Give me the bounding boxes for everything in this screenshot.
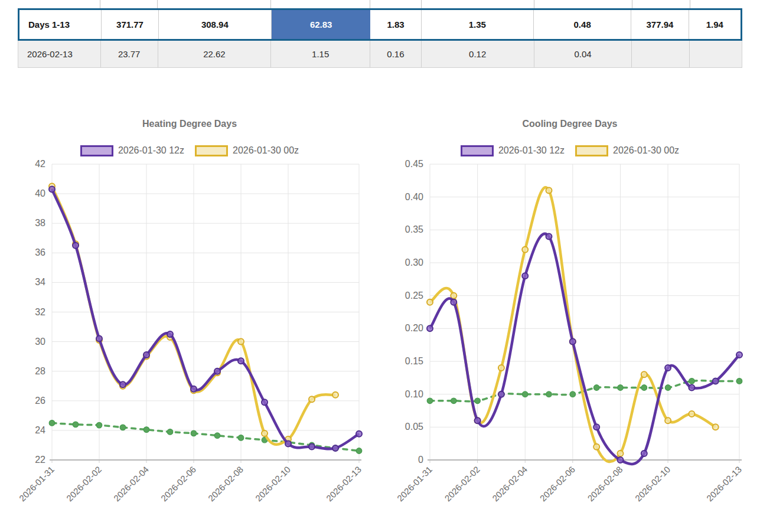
table-cell (632, 0, 690, 8)
data-point-marker (120, 425, 126, 430)
x-axis-tick-label: 2026-02-06 (538, 464, 577, 503)
data-point-marker (332, 392, 338, 398)
y-axis-tick-label: 28 (35, 366, 45, 376)
data-point-marker (593, 424, 599, 430)
x-axis-tick-label: 2026-02-04 (490, 464, 529, 503)
legend-swatch (575, 145, 608, 156)
data-point-marker (427, 398, 433, 404)
data-point-marker (49, 420, 55, 426)
data-point-marker (736, 352, 742, 358)
data-point-marker (356, 448, 362, 454)
table-row-2026-02-13: 2026-02-1323.7722.621.150.160.120.04 (18, 41, 742, 68)
x-axis-tick-label: 2026-02-10 (253, 464, 292, 503)
data-point-marker (498, 365, 504, 371)
data-point-marker (285, 440, 291, 446)
data-point-marker (49, 187, 55, 192)
plot-heating: 22242628303234363840422026-01-312026-02-… (17, 159, 363, 503)
chart-title: Heating Degree Days (20, 116, 359, 129)
legend-label: 2026-01-30 12z (498, 145, 565, 156)
data-point-marker (262, 399, 268, 405)
data-point-marker (522, 247, 528, 253)
x-axis-tick-label: 2026-02-10 (633, 464, 672, 503)
highlighted-cell (18, 0, 100, 8)
data-point-marker (475, 417, 481, 423)
legend-item[interactable]: 2026-01-30 12z (80, 145, 184, 156)
data-point-marker (689, 411, 694, 417)
data-point-marker (427, 299, 433, 305)
data-point-marker (120, 381, 126, 387)
data-point-marker (451, 299, 456, 305)
data-point-marker (167, 331, 173, 337)
legend-item[interactable]: 2026-01-30 00z (195, 145, 299, 156)
data-point-marker (309, 444, 315, 450)
y-axis-tick-label: 34 (35, 277, 45, 287)
y-axis-tick-label: 32 (35, 307, 45, 317)
legend-swatch (195, 145, 228, 156)
table-cell: 377.94 (631, 10, 689, 39)
table-cell: 1.94 (689, 10, 741, 39)
y-axis-tick-label: 0.40 (405, 192, 423, 202)
table-cell (690, 41, 742, 67)
table-cell (534, 0, 632, 8)
data-point-marker (191, 430, 197, 436)
data-point-marker (713, 378, 719, 384)
data-point-marker (618, 385, 624, 391)
y-axis-tick-label: 0.15 (405, 356, 423, 366)
chart-heating-degree-days: Heating Degree Days 2026-01-30 12z2026-0… (20, 116, 359, 157)
x-axis-tick-label: 2026-01-31 (395, 464, 434, 503)
y-axis-tick-label: 36 (35, 247, 45, 257)
data-point-marker (143, 352, 149, 358)
legend-swatch (80, 145, 113, 156)
data-point-marker (214, 368, 220, 374)
data-point-marker (713, 424, 719, 430)
plot-cooling: 00.050.100.150.200.250.300.350.400.45202… (395, 159, 743, 503)
data-point-marker (546, 188, 552, 194)
series-2026-01-30-12z (49, 187, 362, 451)
data-point-marker (427, 325, 433, 331)
data-point-marker (570, 391, 576, 397)
y-axis-tick-label: 30 (35, 337, 45, 347)
data-point-marker (618, 451, 624, 456)
legend-item[interactable]: 2026-01-30 00z (575, 145, 679, 156)
y-axis-tick-label: 0 (418, 455, 423, 465)
series-line (52, 190, 359, 449)
x-axis-tick-label: 2026-02-04 (112, 464, 151, 503)
highlighted-cell: 2026-02-13 (18, 41, 101, 67)
data-point-marker (214, 433, 220, 439)
table-cell (271, 0, 370, 8)
data-point-marker (570, 339, 576, 345)
data-point-marker (689, 378, 695, 384)
data-point-marker (475, 398, 481, 404)
table-header-row-clipped (18, 0, 742, 8)
data-point-marker (96, 422, 102, 428)
table-cell: 308.94 (159, 10, 272, 39)
table-cell: 0.04 (534, 41, 632, 67)
chart-title: Cooling Degree Days (400, 116, 739, 129)
legend-label: 2026-01-30 00z (613, 145, 679, 156)
data-point-marker (593, 385, 599, 391)
table-cell (690, 0, 742, 8)
x-axis-tick-label: 2026-01-31 (17, 464, 56, 503)
table-cell: Days 1-13 (19, 10, 102, 39)
data-point-marker (238, 358, 244, 364)
table-cell (158, 0, 271, 8)
data-point-marker (191, 386, 197, 392)
table-cell: 1.35 (422, 10, 534, 39)
data-point-marker (262, 430, 268, 436)
data-point-marker (736, 378, 742, 384)
series-normal (49, 420, 362, 454)
series-2026-01-30-12z (427, 234, 742, 464)
data-point-marker (665, 385, 671, 391)
table-cell (632, 41, 690, 67)
data-point-marker (309, 396, 315, 402)
data-point-marker (641, 371, 647, 377)
legend-item[interactable]: 2026-01-30 12z (461, 145, 565, 156)
x-axis-tick-label: 2026-02-06 (159, 464, 198, 503)
table-cell: 22.62 (158, 41, 272, 67)
table-cell: 0.16 (370, 41, 422, 67)
y-axis-tick-label: 0.10 (405, 389, 423, 399)
table-cell: 371.77 (102, 10, 158, 39)
legend-label: 2026-01-30 12z (118, 145, 184, 156)
table-cell (100, 0, 158, 8)
y-axis-tick-label: 38 (35, 218, 45, 228)
